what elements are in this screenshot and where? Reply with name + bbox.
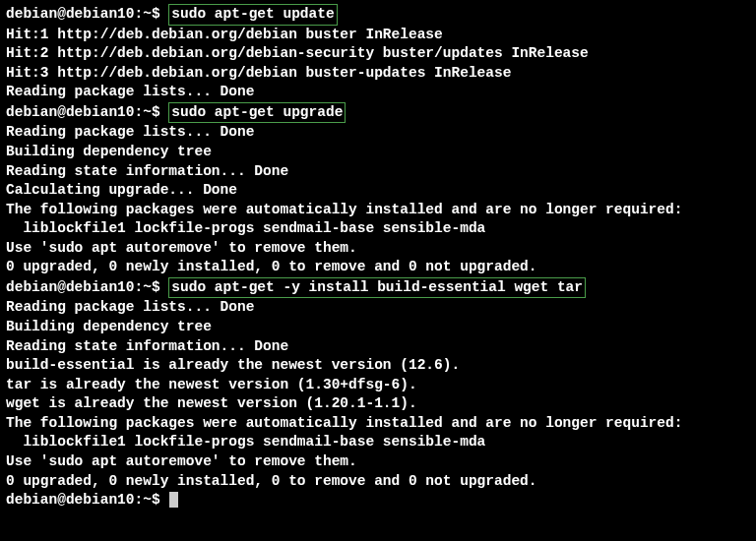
output-line: 0 upgraded, 0 newly installed, 0 to remo… [6, 472, 750, 492]
output-line: Building dependency tree [6, 143, 750, 162]
prompt-line-1: debian@debian10:~$ sudo apt-get update [6, 4, 750, 26]
output-line: liblockfile1 lockfile-progs sendmail-bas… [6, 219, 750, 239]
cursor [169, 492, 178, 508]
prompt-line-2: debian@debian10:~$ sudo apt-get upgrade [6, 102, 750, 124]
shell-prompt: debian@debian10:~$ [6, 492, 168, 508]
output-line: Hit:2 http://deb.debian.org/debian-secur… [6, 44, 750, 64]
output-line: Reading package lists... Done [6, 298, 750, 318]
command-1: sudo apt-get update [168, 4, 337, 26]
command-2: sudo apt-get upgrade [168, 102, 346, 124]
output-line: Reading package lists... Done [6, 83, 750, 102]
output-line: Building dependency tree [6, 318, 750, 337]
output-line: Calculating upgrade... Done [6, 181, 750, 201]
output-line: Use 'sudo apt autoremove' to remove them… [6, 452, 750, 472]
output-line: liblockfile1 lockfile-progs sendmail-bas… [6, 433, 750, 452]
output-line: Hit:1 http://deb.debian.org/debian buste… [6, 26, 750, 45]
output-line: The following packages were automaticall… [6, 414, 750, 434]
shell-prompt: debian@debian10:~$ [6, 279, 168, 295]
output-line: Reading package lists... Done [6, 123, 750, 143]
output-line: Hit:3 http://deb.debian.org/debian buste… [6, 64, 750, 84]
prompt-line-4[interactable]: debian@debian10:~$ [6, 491, 750, 511]
output-line: build-essential is already the newest ve… [6, 356, 750, 376]
shell-prompt: debian@debian10:~$ [6, 6, 168, 22]
terminal[interactable]: debian@debian10:~$ sudo apt-get update H… [6, 4, 750, 511]
output-line: The following packages were automaticall… [6, 201, 750, 220]
output-line: 0 upgraded, 0 newly installed, 0 to remo… [6, 258, 750, 277]
output-line: wget is already the newest version (1.20… [6, 394, 750, 414]
output-line: tar is already the newest version (1.30+… [6, 376, 750, 395]
command-3: sudo apt-get -y install build-essential … [168, 277, 586, 299]
output-line: Reading state information... Done [6, 162, 750, 182]
shell-prompt: debian@debian10:~$ [6, 104, 168, 120]
output-line: Use 'sudo apt autoremove' to remove them… [6, 239, 750, 259]
prompt-line-3: debian@debian10:~$ sudo apt-get -y insta… [6, 277, 750, 299]
output-line: Reading state information... Done [6, 337, 750, 357]
